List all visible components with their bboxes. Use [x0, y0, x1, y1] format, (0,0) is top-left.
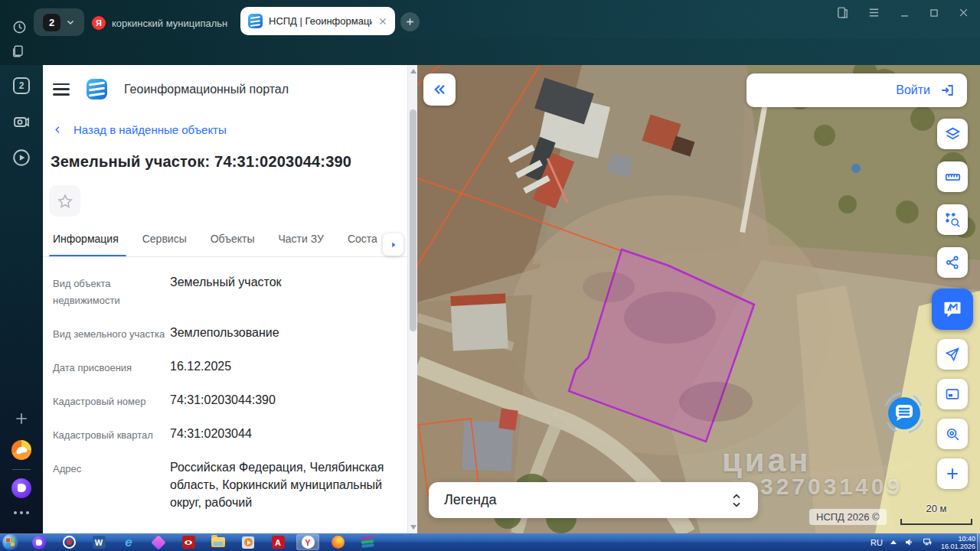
chevron-left-icon — [54, 124, 62, 135]
favorite-star-button[interactable] — [49, 185, 80, 217]
login-icon — [939, 83, 955, 97]
login-button[interactable]: Войти — [746, 73, 967, 107]
panel-tabs: Информация Сервисы Объекты Части ЗУ Сост… — [53, 233, 399, 257]
alice-app-icon[interactable] — [28, 534, 51, 550]
field-label: Кадастровый квартал — [53, 425, 170, 444]
info-fields: Вид объекта недвижимости Земельный участ… — [53, 273, 399, 526]
nspd-favicon — [248, 14, 263, 28]
arrow-right-icon — [390, 241, 397, 249]
field-label: Адрес — [53, 458, 170, 511]
new-tab-button[interactable] — [400, 12, 420, 31]
close-tab-icon[interactable] — [378, 17, 387, 26]
field-value: 74:31:0203044 — [170, 425, 399, 444]
measure-button[interactable] — [937, 161, 968, 192]
share-button[interactable] — [937, 247, 968, 278]
info-field-row: Вид земельного участка Землепользование — [53, 324, 399, 343]
layers-button[interactable] — [937, 119, 968, 149]
browser-sidebar: 2 — [0, 65, 43, 533]
menu-icon[interactable] — [867, 6, 880, 19]
tab-title: коркинский муниципальн — [112, 18, 227, 29]
scale-ruler — [900, 517, 973, 526]
language-indicator[interactable]: RU — [871, 538, 883, 547]
chat-bubble-icon — [880, 389, 929, 438]
plus-icon — [945, 466, 960, 481]
browser-tab-active[interactable]: НСПД | Геоинформаци — [240, 7, 395, 35]
winrar-icon[interactable] — [356, 534, 379, 550]
tab-objects[interactable]: Объекты — [211, 233, 255, 257]
scroll-up-arrow[interactable] — [410, 69, 416, 73]
show-hidden-icons[interactable] — [890, 540, 897, 544]
ruler-icon — [945, 169, 961, 185]
my-location-button[interactable] — [937, 339, 968, 370]
field-label: Вид земельного участка — [53, 324, 170, 343]
picture-in-picture-icon — [945, 386, 960, 402]
sidebar-add-icon[interactable] — [0, 411, 43, 426]
tab-information[interactable]: Информация — [53, 233, 119, 257]
plus-icon — [405, 17, 415, 27]
file-explorer-icon[interactable] — [207, 534, 230, 550]
word-app-icon[interactable]: W — [87, 534, 110, 550]
yandex-browser-icon[interactable]: Y — [296, 534, 319, 550]
zoom-in-button[interactable] — [937, 458, 968, 489]
select-area-button[interactable] — [937, 204, 968, 235]
watermark-number: 327031409 — [760, 475, 903, 498]
expand-collapse-icon — [730, 492, 743, 509]
collapse-panel-button[interactable] — [423, 73, 456, 106]
adobe-reader-icon[interactable]: A — [266, 534, 289, 550]
select-area-icon — [945, 212, 961, 228]
minimize-icon[interactable] — [899, 7, 910, 18]
volume-icon[interactable] — [904, 537, 914, 547]
back-to-results-link[interactable]: Назад в найденные объекты — [54, 123, 227, 136]
scroll-down-arrow[interactable] — [410, 525, 416, 530]
show-desktop-button[interactable] — [977, 533, 980, 551]
sidebar-tabs-button[interactable]: 2 — [0, 77, 43, 94]
page-title: Земельный участок: 74:31:0203044:390 — [51, 153, 351, 171]
login-label: Войти — [896, 83, 930, 97]
red-eye-app-icon[interactable] — [177, 534, 200, 550]
search-location-button[interactable] — [937, 419, 968, 449]
chevron-down-icon — [66, 18, 75, 27]
desktop-screen: 2 Я коркинский муниципальн НСПД | Геоинф… — [0, 0, 980, 551]
tab-groups-icon[interactable] — [11, 44, 24, 61]
network-icon[interactable] — [922, 537, 933, 547]
field-value: Земельный участок — [170, 273, 399, 309]
yandex-service-icon[interactable] — [0, 440, 43, 460]
yandex-favicon: Я — [92, 16, 106, 30]
screenshot-icon[interactable] — [0, 112, 43, 131]
tab-services[interactable]: Сервисы — [142, 233, 187, 257]
panel-scrollbar[interactable] — [407, 65, 417, 533]
tabs-scroll-right-button[interactable] — [383, 233, 403, 256]
maximize-icon[interactable] — [929, 8, 939, 18]
legend-toggle[interactable]: Легенда — [429, 482, 758, 518]
media-player-icon[interactable] — [237, 534, 260, 550]
scale-label: 20 м — [900, 503, 973, 514]
menu-hamburger-icon[interactable] — [53, 83, 70, 96]
chat-support-button[interactable] — [880, 389, 929, 438]
minimap-button[interactable] — [937, 379, 968, 409]
field-value: 16.12.2025 — [170, 357, 399, 377]
firefox-icon[interactable] — [326, 534, 349, 550]
sidebar-more-icon[interactable] — [0, 511, 43, 514]
draw-on-map-button-active[interactable] — [932, 289, 973, 330]
scale-bar: 20 м — [900, 503, 973, 529]
screen-record-app-icon[interactable] — [57, 534, 80, 550]
scrollbar-thumb[interactable] — [410, 109, 416, 331]
tab-parcel-parts[interactable]: Части ЗУ — [278, 233, 323, 257]
internet-explorer-icon[interactable]: e — [117, 534, 140, 550]
history-clock-icon[interactable] — [12, 20, 27, 37]
clock[interactable]: 10:40 16.01.2026 — [941, 535, 975, 550]
tab-count: 2 — [43, 14, 60, 31]
side-panels-icon[interactable] — [836, 6, 849, 19]
browser-tab-inactive[interactable]: Я коркинский муниципальн — [92, 14, 236, 32]
tab-counter-chip[interactable]: 2 — [34, 8, 84, 36]
close-window-icon[interactable] — [958, 7, 969, 18]
nspd-logo — [87, 79, 107, 99]
tab-composition[interactable]: Соста — [348, 233, 377, 257]
start-button[interactable] — [2, 534, 18, 550]
map-viewport[interactable]: циан 327031409 Войти — [417, 65, 980, 533]
alice-assistant-icon[interactable] — [0, 478, 43, 498]
gem-app-icon[interactable] — [147, 534, 170, 550]
video-play-icon[interactable] — [0, 148, 43, 168]
window-controls — [836, 6, 969, 19]
portal-header: Геоинформационный портал — [53, 79, 289, 99]
